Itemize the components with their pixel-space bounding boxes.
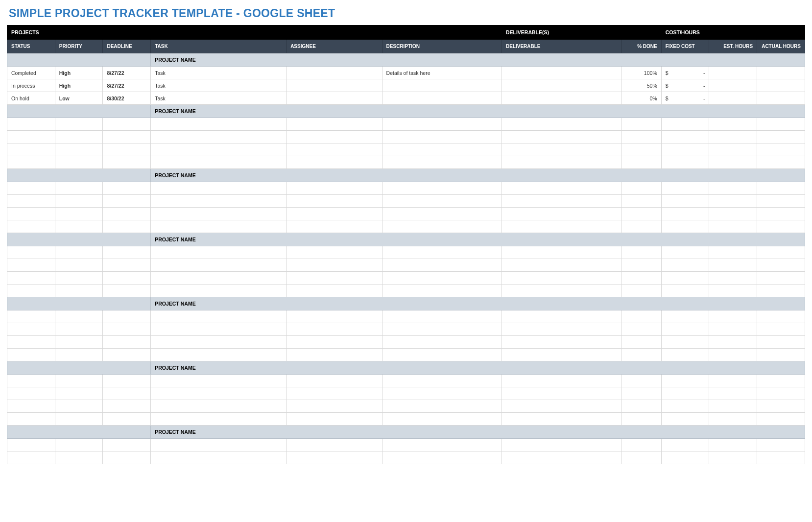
empty-cell[interactable] — [151, 439, 287, 451]
empty-cell[interactable] — [502, 118, 621, 131]
empty-cell[interactable] — [709, 195, 757, 208]
empty-cell[interactable] — [151, 451, 287, 464]
empty-cell[interactable] — [661, 323, 709, 336]
empty-cell[interactable] — [621, 118, 661, 131]
esthours-cell[interactable] — [709, 79, 757, 92]
empty-cell[interactable] — [382, 387, 502, 400]
empty-cell[interactable] — [502, 349, 621, 361]
description-cell[interactable]: Details of task here — [382, 67, 502, 79]
empty-cell[interactable] — [382, 413, 502, 426]
empty-cell[interactable] — [287, 156, 382, 169]
empty-cell[interactable] — [151, 118, 287, 131]
empty-cell[interactable] — [382, 143, 502, 156]
empty-cell[interactable] — [709, 246, 757, 259]
empty-cell[interactable] — [151, 131, 287, 143]
empty-cell[interactable] — [661, 143, 709, 156]
empty-cell[interactable] — [151, 375, 287, 387]
project-name-cell[interactable]: PROJECT NAME — [151, 233, 805, 246]
pctdone-cell[interactable]: 100% — [621, 67, 661, 79]
empty-cell[interactable] — [151, 195, 287, 208]
empty-cell[interactable] — [621, 195, 661, 208]
empty-cell[interactable] — [502, 156, 621, 169]
empty-cell[interactable] — [709, 400, 757, 413]
empty-cell[interactable] — [7, 349, 55, 361]
project-name-spacer[interactable] — [7, 297, 151, 310]
empty-cell[interactable] — [287, 375, 382, 387]
project-name-spacer[interactable] — [7, 169, 151, 182]
empty-cell[interactable] — [103, 131, 151, 143]
empty-cell[interactable] — [661, 310, 709, 323]
empty-cell[interactable] — [709, 156, 757, 169]
empty-cell[interactable] — [621, 439, 661, 451]
empty-cell[interactable] — [757, 220, 805, 233]
empty-cell[interactable] — [661, 220, 709, 233]
empty-cell[interactable] — [502, 375, 621, 387]
empty-cell[interactable] — [621, 349, 661, 361]
empty-cell[interactable] — [151, 400, 287, 413]
empty-cell[interactable] — [709, 259, 757, 272]
empty-cell[interactable] — [757, 156, 805, 169]
empty-cell[interactable] — [382, 272, 502, 285]
empty-cell[interactable] — [287, 451, 382, 464]
empty-cell[interactable] — [621, 272, 661, 285]
deadline-cell[interactable]: 8/27/22 — [103, 67, 151, 79]
project-name-cell[interactable]: PROJECT NAME — [151, 361, 805, 375]
empty-cell[interactable] — [7, 143, 55, 156]
empty-cell[interactable] — [757, 336, 805, 349]
empty-cell[interactable] — [621, 336, 661, 349]
empty-cell[interactable] — [287, 387, 382, 400]
empty-cell[interactable] — [151, 336, 287, 349]
empty-cell[interactable] — [709, 375, 757, 387]
col-esthours[interactable]: EST. HOURS — [709, 40, 757, 53]
empty-cell[interactable] — [151, 349, 287, 361]
empty-cell[interactable] — [55, 208, 103, 220]
deadline-cell[interactable]: 8/27/22 — [103, 79, 151, 92]
empty-cell[interactable] — [757, 208, 805, 220]
empty-cell[interactable] — [502, 413, 621, 426]
project-name-cell[interactable]: PROJECT NAME — [151, 297, 805, 310]
empty-cell[interactable] — [661, 400, 709, 413]
empty-cell[interactable] — [7, 259, 55, 272]
empty-cell[interactable] — [151, 143, 287, 156]
empty-cell[interactable] — [757, 349, 805, 361]
empty-cell[interactable] — [382, 246, 502, 259]
empty-cell[interactable] — [757, 451, 805, 464]
empty-cell[interactable] — [103, 182, 151, 195]
empty-cell[interactable] — [502, 195, 621, 208]
empty-cell[interactable] — [661, 182, 709, 195]
actualhours-cell[interactable] — [757, 79, 805, 92]
pctdone-cell[interactable]: 0% — [621, 92, 661, 105]
empty-cell[interactable] — [661, 413, 709, 426]
empty-cell[interactable] — [7, 413, 55, 426]
project-name-spacer[interactable] — [7, 361, 151, 375]
empty-cell[interactable] — [55, 310, 103, 323]
empty-cell[interactable] — [151, 220, 287, 233]
empty-cell[interactable] — [709, 220, 757, 233]
empty-cell[interactable] — [7, 323, 55, 336]
empty-cell[interactable] — [287, 336, 382, 349]
empty-cell[interactable] — [661, 349, 709, 361]
empty-cell[interactable] — [661, 246, 709, 259]
empty-cell[interactable] — [621, 400, 661, 413]
empty-cell[interactable] — [661, 131, 709, 143]
empty-cell[interactable] — [103, 451, 151, 464]
empty-cell[interactable] — [103, 156, 151, 169]
empty-cell[interactable] — [55, 131, 103, 143]
empty-cell[interactable] — [661, 336, 709, 349]
empty-cell[interactable] — [7, 131, 55, 143]
empty-cell[interactable] — [287, 310, 382, 323]
empty-cell[interactable] — [55, 336, 103, 349]
empty-cell[interactable] — [709, 310, 757, 323]
col-actualhours[interactable]: ACTUAL HOURS — [757, 40, 805, 53]
empty-cell[interactable] — [621, 156, 661, 169]
empty-cell[interactable] — [502, 259, 621, 272]
empty-cell[interactable] — [757, 439, 805, 451]
empty-cell[interactable] — [382, 323, 502, 336]
empty-cell[interactable] — [287, 220, 382, 233]
empty-cell[interactable] — [7, 195, 55, 208]
empty-cell[interactable] — [151, 156, 287, 169]
empty-cell[interactable] — [55, 400, 103, 413]
esthours-cell[interactable] — [709, 92, 757, 105]
actualhours-cell[interactable] — [757, 67, 805, 79]
empty-cell[interactable] — [287, 118, 382, 131]
